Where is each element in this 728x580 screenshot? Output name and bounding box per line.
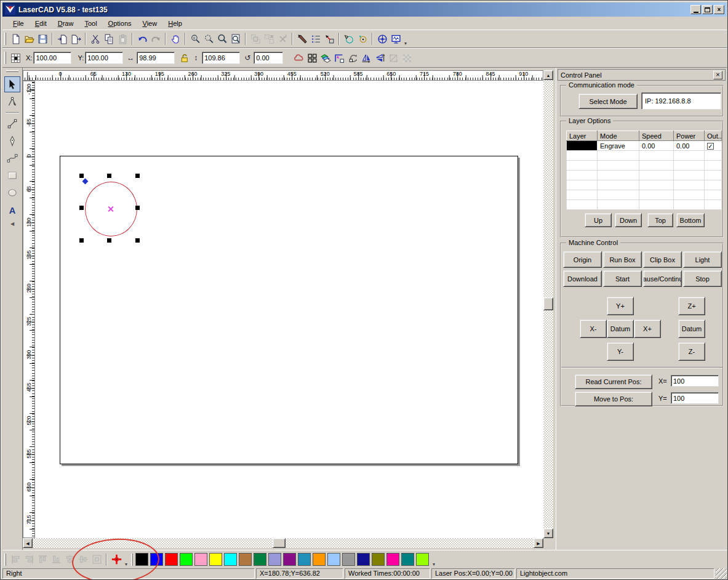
- jog-y-minus-button[interactable]: Y-: [607, 342, 634, 361]
- scroll-down-icon[interactable]: ▼: [543, 528, 553, 538]
- jog-datum-xy-button[interactable]: Datum: [607, 320, 634, 338]
- pos-x-input[interactable]: [671, 375, 719, 387]
- palette-overflow-icon[interactable]: ▾: [431, 562, 437, 567]
- layer-up-button[interactable]: Up: [585, 213, 612, 227]
- palette-color-16[interactable]: [372, 553, 385, 566]
- clip-box-button[interactable]: Clip Box: [643, 251, 682, 268]
- vscroll-thumb[interactable]: [543, 297, 553, 310]
- pick-tool-icon[interactable]: [295, 32, 309, 46]
- array-icon[interactable]: [305, 51, 319, 65]
- text-tool-icon[interactable]: A: [4, 202, 20, 218]
- menu-file[interactable]: File: [7, 18, 30, 29]
- bezier-tool-icon[interactable]: [4, 150, 20, 166]
- new-file-icon[interactable]: [9, 32, 22, 46]
- zoom-icon[interactable]: ±: [188, 32, 202, 46]
- palette-color-4[interactable]: [194, 553, 207, 566]
- export-icon[interactable]: [69, 32, 82, 46]
- zoom-selection-icon[interactable]: [202, 32, 215, 46]
- menu-help[interactable]: Help: [162, 18, 188, 29]
- palette-color-14[interactable]: [342, 553, 355, 566]
- palette-color-3[interactable]: [180, 553, 193, 566]
- layer-column-header[interactable]: Speed: [639, 131, 674, 141]
- palette-color-7[interactable]: [239, 553, 252, 566]
- layer-output[interactable]: ✓: [705, 141, 722, 151]
- menu-options[interactable]: Options: [103, 18, 137, 29]
- toolbar-grip[interactable]: [4, 554, 6, 566]
- palette-color-6[interactable]: [224, 553, 237, 566]
- layer-column-header[interactable]: Out...: [705, 131, 722, 141]
- jog-z-minus-button[interactable]: Z-: [678, 342, 705, 361]
- height-input[interactable]: [202, 52, 240, 64]
- scroll-up-icon[interactable]: ▲: [543, 70, 553, 80]
- object-list-icon[interactable]: [309, 32, 322, 46]
- jog-x-minus-button[interactable]: X-: [580, 320, 607, 338]
- toolbar-grip[interactable]: [6, 70, 18, 72]
- toolbar-grip[interactable]: [131, 554, 133, 566]
- selection-handle[interactable]: [79, 174, 84, 178]
- collapse-tools-icon[interactable]: ◀: [10, 221, 14, 227]
- pen-tool-icon[interactable]: [4, 133, 20, 149]
- palette-color-11[interactable]: [298, 553, 311, 566]
- menu-tool[interactable]: Tool: [79, 18, 102, 29]
- layer-column-header[interactable]: Layer: [567, 131, 598, 141]
- palette-color-2[interactable]: [165, 553, 178, 566]
- layer-bottom-button[interactable]: Bottom: [676, 213, 705, 227]
- palette-color-12[interactable]: [313, 553, 326, 566]
- scroll-left-icon[interactable]: ◀: [23, 538, 33, 548]
- light-button[interactable]: Light: [683, 251, 722, 268]
- selection-handle[interactable]: [135, 238, 140, 243]
- palette-color-19[interactable]: [416, 553, 429, 566]
- palette-color-1[interactable]: [150, 553, 163, 566]
- jog-z-plus-button[interactable]: Z+: [678, 297, 705, 315]
- palette-color-0[interactable]: [135, 553, 148, 566]
- mirror-h-icon[interactable]: [359, 51, 373, 65]
- jog-x-plus-button[interactable]: X+: [634, 320, 661, 338]
- horizontal-scrollbar[interactable]: ◀ ▶: [23, 538, 543, 548]
- line-tool-icon[interactable]: [4, 116, 20, 132]
- rect-tool-icon[interactable]: [4, 167, 20, 183]
- width-input[interactable]: [137, 52, 175, 64]
- minimize-button[interactable]: [690, 5, 701, 14]
- run-box-button[interactable]: Run Box: [603, 251, 642, 268]
- undo-icon[interactable]: [135, 32, 149, 46]
- start-button[interactable]: Start: [603, 270, 642, 287]
- zoom-page-icon[interactable]: [229, 32, 242, 46]
- menu-edit[interactable]: Edit: [30, 18, 52, 29]
- selection-handle[interactable]: [79, 206, 84, 210]
- rotate-object-icon[interactable]: [346, 51, 359, 65]
- maximize-button[interactable]: [702, 5, 713, 14]
- selection-handle[interactable]: [135, 174, 140, 178]
- layer-color-swatch[interactable]: [567, 141, 598, 151]
- palette-color-15[interactable]: [357, 553, 370, 566]
- mirror-v-icon[interactable]: [373, 51, 386, 65]
- selection-handle[interactable]: [79, 238, 84, 243]
- palette-color-13[interactable]: [327, 553, 340, 566]
- zoom-all-icon[interactable]: [215, 32, 229, 46]
- origin-button[interactable]: Origin: [563, 251, 602, 268]
- jog-y-plus-button[interactable]: Y+: [607, 297, 634, 315]
- layer-down-button[interactable]: Down: [615, 213, 642, 227]
- select-tool-icon[interactable]: [4, 76, 20, 92]
- resize-grip[interactable]: [716, 568, 727, 579]
- stop-button[interactable]: Stop: [683, 270, 722, 287]
- x-position-input[interactable]: [33, 52, 71, 64]
- panel-close-icon[interactable]: ×: [713, 71, 722, 79]
- vertical-scrollbar[interactable]: ▲ ▼: [543, 70, 553, 538]
- move-to-pos-button[interactable]: Move to Pos:: [575, 392, 652, 406]
- palette-color-5[interactable]: [209, 553, 222, 566]
- selection-handle[interactable]: [107, 238, 111, 243]
- y-position-input[interactable]: [85, 52, 123, 64]
- palette-color-10[interactable]: [283, 553, 296, 566]
- ellipse-tool-icon[interactable]: [4, 185, 20, 201]
- download-button[interactable]: Download: [563, 270, 602, 287]
- selection-handle[interactable]: [107, 174, 111, 178]
- layer-mode[interactable]: Engrave: [598, 141, 639, 151]
- lock-icon[interactable]: [177, 51, 191, 65]
- import-icon[interactable]: [55, 32, 69, 46]
- hscroll-thumb[interactable]: [273, 538, 286, 548]
- menu-view[interactable]: View: [137, 18, 163, 29]
- selection-handle[interactable]: [135, 206, 140, 210]
- layer-column-header[interactable]: Power: [674, 131, 705, 141]
- menu-draw[interactable]: Draw: [52, 18, 79, 29]
- layer-speed[interactable]: 0.00: [639, 141, 674, 151]
